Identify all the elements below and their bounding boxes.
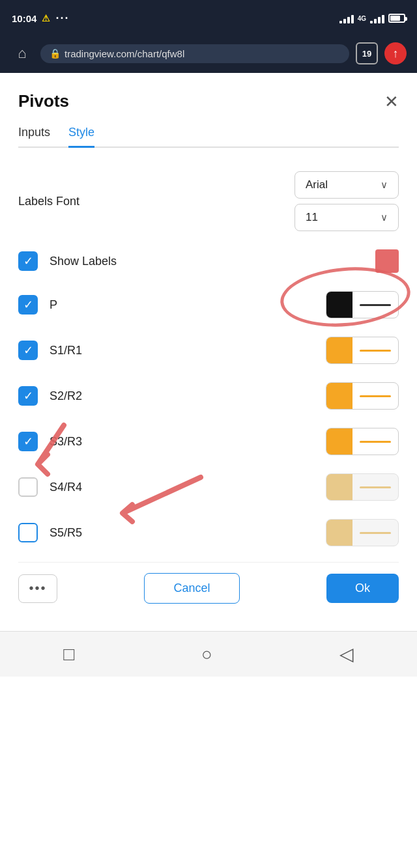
s4r4-color-control[interactable] <box>326 473 399 501</box>
s5r5-color-box <box>326 520 352 546</box>
checkmark-icon: ✓ <box>23 298 33 312</box>
p-checkbox[interactable]: ✓ <box>18 295 38 315</box>
dialog-header: Pivots ✕ <box>18 91 399 111</box>
pivots-dialog: Pivots ✕ Inputs Style Labels Font Arial … <box>0 73 417 631</box>
status-bar: 10:04 ⚠ ··· 4G <box>0 0 417 36</box>
s5r5-label: S5/R5 <box>50 526 314 540</box>
warning-icon: ⚠ <box>42 13 50 23</box>
labels-font-row: Labels Font Arial ∨ 11 ∨ <box>18 162 399 240</box>
signal-bars-2 <box>370 13 384 23</box>
s3r3-line-preview <box>352 428 398 455</box>
s2r2-color-box <box>326 383 352 409</box>
s3r3-color-box <box>326 428 352 455</box>
s1r1-color-control[interactable] <box>326 337 399 364</box>
dialog-footer: ••• Cancel Ok <box>18 562 399 617</box>
style-content: Labels Font Arial ∨ 11 ∨ ✓ Show Labels <box>18 148 399 631</box>
battery-icon <box>388 14 405 23</box>
s4r4-color-box <box>326 474 352 500</box>
s2r2-line-preview <box>352 383 398 409</box>
status-time: 10:04 <box>12 13 36 24</box>
url-bar[interactable]: 🔒 tradingview.com/chart/qfw8l <box>40 44 349 63</box>
p-row: ✓ P <box>18 282 399 328</box>
checkmark-icon: ✓ <box>23 434 33 449</box>
s4r4-label: S4/R4 <box>50 481 314 494</box>
labels-font-label: Labels Font <box>18 195 79 208</box>
lte-badge: 4G <box>358 15 366 22</box>
tab-style[interactable]: Style <box>68 126 94 148</box>
p-color-control[interactable] <box>326 291 399 318</box>
s2r2-line-dash <box>360 395 391 397</box>
s5r5-row: S5/R5 <box>18 510 399 555</box>
font-size-value: 11 <box>306 211 318 224</box>
lock-icon: 🔒 <box>50 48 61 59</box>
checkmark-icon: ✓ <box>23 254 33 268</box>
s2r2-checkbox[interactable]: ✓ <box>18 386 38 406</box>
s3r3-checkbox[interactable]: ✓ <box>18 432 38 451</box>
s4r4-line-dash <box>360 486 391 488</box>
s1r1-label: S1/R1 <box>50 344 314 357</box>
show-labels-checkbox[interactable]: ✓ <box>18 251 38 271</box>
p-label: P <box>50 298 314 312</box>
show-labels-row: ✓ Show Labels <box>18 240 399 282</box>
s3r3-line-dash <box>360 441 391 443</box>
s2r2-color-control[interactable] <box>326 382 399 410</box>
status-right: 4G <box>339 13 405 23</box>
s5r5-line-dash <box>360 532 391 534</box>
status-dots: ··· <box>55 12 69 25</box>
s4r4-line-preview <box>352 474 398 500</box>
s5r5-line-preview <box>352 520 398 546</box>
upload-button[interactable]: ↑ <box>384 42 407 64</box>
nav-back-button[interactable]: ◁ <box>339 643 354 665</box>
p-line-dash <box>360 304 391 306</box>
s3r3-label: S3/R3 <box>50 435 314 449</box>
dialog-title: Pivots <box>18 91 69 111</box>
font-family-value: Arial <box>306 178 328 191</box>
s1r1-checkbox[interactable]: ✓ <box>18 341 38 360</box>
s2r2-row: ✓ S2/R2 <box>18 373 399 419</box>
close-button[interactable]: ✕ <box>384 93 399 110</box>
chevron-down-icon-2: ∨ <box>381 212 388 223</box>
s3r3-color-control[interactable] <box>326 428 399 455</box>
ok-button[interactable]: Ok <box>326 574 399 603</box>
nav-bar: □ ○ ◁ <box>0 631 417 677</box>
p-row-wrapper: ✓ P <box>18 282 399 328</box>
chevron-down-icon: ∨ <box>381 179 388 191</box>
s5r5-checkbox[interactable] <box>18 523 38 542</box>
checkmark-icon: ✓ <box>23 343 33 357</box>
s4r4-row: S4/R4 <box>18 464 399 510</box>
s1r1-row: ✓ S1/R1 <box>18 328 399 373</box>
browser-bar: ⌂ 🔒 tradingview.com/chart/qfw8l 19 ↑ <box>0 36 417 73</box>
annotation-red-box <box>375 249 399 273</box>
rows-container: ✓ Show Labels ✓ P <box>18 240 399 555</box>
status-left: 10:04 ⚠ ··· <box>12 12 69 25</box>
p-color-box <box>326 292 352 318</box>
url-text: tradingview.com/chart/qfw8l <box>65 48 184 59</box>
s5r5-color-control[interactable] <box>326 519 399 546</box>
checkmark-icon: ✓ <box>23 389 33 403</box>
p-line-preview <box>352 292 398 318</box>
s1r1-color-box <box>326 337 352 363</box>
tabs: Inputs Style <box>18 126 399 148</box>
cancel-button[interactable]: Cancel <box>144 573 239 604</box>
nav-circle-button[interactable]: ○ <box>201 644 212 665</box>
s1r1-line-dash <box>360 350 391 352</box>
tab-count-button[interactable]: 19 <box>356 42 378 64</box>
font-size-dropdown[interactable]: 11 ∨ <box>295 204 399 231</box>
s4r4-checkbox[interactable] <box>18 477 38 497</box>
nav-square-button[interactable]: □ <box>63 644 74 665</box>
font-family-dropdown[interactable]: Arial ∨ <box>295 171 399 199</box>
tab-inputs[interactable]: Inputs <box>18 126 50 148</box>
home-button[interactable]: ⌂ <box>10 42 34 65</box>
signal-bars <box>339 13 354 23</box>
show-labels-label: Show Labels <box>50 255 364 268</box>
s1r1-line-preview <box>352 337 398 363</box>
s2r2-label: S2/R2 <box>50 389 314 403</box>
s3r3-row: ✓ S3/R3 <box>18 419 399 464</box>
more-button[interactable]: ••• <box>18 574 57 603</box>
